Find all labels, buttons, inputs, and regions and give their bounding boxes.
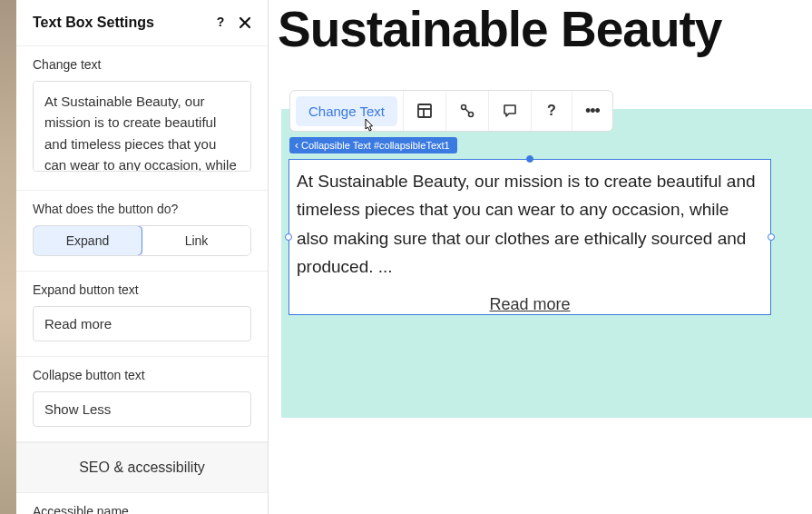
resize-handle-right[interactable] [768, 233, 775, 241]
resize-handle-top[interactable] [526, 155, 533, 163]
resize-handle-left[interactable] [285, 233, 292, 241]
toolbar-animation[interactable] [445, 91, 488, 131]
toolbar-change-text[interactable]: Change Text [290, 91, 403, 131]
svg-point-5 [468, 113, 473, 117]
editor-canvas: Sustainable Beauty Change Text ? •• [269, 0, 812, 514]
text-box-settings-panel: Text Box Settings ? Change text What doe… [16, 0, 269, 514]
selection-breadcrumb-label: Collapsible Text #collapsibleText1 [301, 140, 450, 151]
accessible-name-section: Accessible name [16, 493, 268, 514]
collapse-button-text-label: Collapse button text [33, 368, 251, 382]
panel-header-actions: ? [213, 15, 251, 30]
button-action-toggle: Expand Link [33, 225, 251, 256]
svg-text:?: ? [547, 103, 556, 118]
help-icon[interactable]: ? [213, 15, 228, 30]
panel-body: Change text What does the button do? Exp… [16, 46, 268, 514]
expand-button-text-section: Expand button text [16, 272, 268, 357]
accessible-name-label: Accessible name [33, 504, 251, 514]
close-icon[interactable] [239, 16, 251, 29]
panel-title: Text Box Settings [33, 15, 154, 31]
button-action-section: What does the button do? Expand Link [16, 191, 268, 272]
expand-option[interactable]: Expand [33, 225, 142, 256]
collapse-button-text-input[interactable] [33, 391, 251, 427]
read-more-wrapper: Read more [297, 295, 763, 314]
svg-text:?: ? [217, 15, 225, 29]
svg-point-4 [461, 105, 465, 110]
comment-icon [502, 103, 518, 119]
background-image-strip [0, 0, 16, 514]
toolbar-layout[interactable] [403, 91, 445, 131]
toolbar-more[interactable]: ••• [572, 91, 612, 131]
svg-rect-1 [418, 104, 431, 117]
change-text-button[interactable]: Change Text [296, 96, 397, 126]
change-text-label: Change text [33, 57, 251, 72]
selection-breadcrumb[interactable]: Collapsible Text #collapsibleText1 [289, 137, 457, 153]
panel-header: Text Box Settings ? [16, 0, 268, 46]
collapsible-text-content[interactable]: At Sustainable Beauty, our mission is to… [297, 167, 763, 281]
toolbar-help[interactable]: ? [531, 91, 572, 131]
collapse-button-text-section: Collapse button text [16, 357, 268, 442]
element-toolbar: Change Text ? ••• [289, 90, 613, 132]
help-icon: ? [544, 103, 559, 119]
collapsible-text-element[interactable]: At Sustainable Beauty, our mission is to… [289, 159, 771, 315]
change-text-section: Change text [16, 46, 268, 191]
more-icon: ••• [585, 102, 600, 121]
expand-button-text-input[interactable] [33, 306, 251, 341]
button-action-label: What does the button do? [33, 202, 251, 216]
expand-button-text-label: Expand button text [33, 282, 251, 297]
animation-icon [459, 103, 475, 119]
link-option[interactable]: Link [142, 226, 250, 255]
layout-icon [416, 103, 433, 119]
change-text-input[interactable] [33, 81, 251, 172]
page-heading[interactable]: Sustainable Beauty [269, 0, 812, 58]
toolbar-comment[interactable] [488, 91, 531, 131]
seo-accessibility-header[interactable]: SEO & accessibility [16, 442, 268, 493]
read-more-link[interactable]: Read more [489, 295, 570, 313]
